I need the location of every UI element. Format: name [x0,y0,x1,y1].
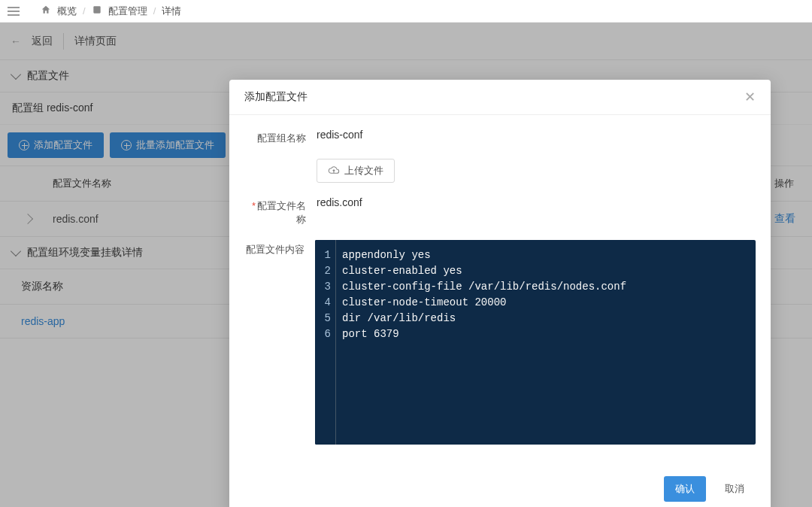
label-file-name: *配置文件名称 [244,196,317,226]
form-row-upload: 上传文件 [244,159,756,183]
modal-add-config-file: 添加配置文件 ✕ 配置组名称 redis-conf 上传文件 [229,80,771,507]
cancel-button[interactable]: 取消 [714,476,756,502]
breadcrumb-sep: / [83,5,86,17]
modal-title: 添加配置文件 [244,90,308,104]
modal-footer: 确认 取消 [229,466,771,507]
upload-button[interactable]: 上传文件 [317,159,395,183]
form-row-group-name: 配置组名称 redis-conf [244,129,756,145]
value-file-name[interactable]: redis.conf [317,196,756,208]
code-lines[interactable]: appendonly yes cluster-enabled yes clust… [336,240,632,445]
form-row-file-name: *配置文件名称 redis.conf [244,196,756,226]
label-group-name: 配置组名称 [244,129,317,145]
code-editor[interactable]: 123456 appendonly yes cluster-enabled ye… [315,240,756,445]
confirm-label: 确认 [675,482,695,496]
upload-label: 上传文件 [344,164,383,178]
breadcrumb-config[interactable]: 配置管理 [108,5,147,18]
value-group-name: redis-conf [317,129,756,141]
label-file-content: 配置文件内容 [244,240,315,257]
breadcrumb-detail: 详情 [162,5,181,18]
modal-header: 添加配置文件 ✕ [229,80,771,115]
home-icon [41,5,51,17]
svg-rect-0 [93,6,100,13]
breadcrumb-overview[interactable]: 概览 [57,5,77,18]
code-gutter: 123456 [315,240,336,445]
config-icon [92,5,102,17]
breadcrumb-sep: / [153,5,156,17]
top-bar: 概览 / 配置管理 / 详情 [0,0,812,23]
cloud-upload-icon [328,166,340,175]
modal-body: 配置组名称 redis-conf 上传文件 *配置文件名称 redis.conf [229,115,771,466]
cancel-label: 取消 [725,482,744,496]
form-row-file-content: 配置文件内容 123456 appendonly yes cluster-ena… [244,240,756,445]
label-empty [244,159,317,162]
confirm-button[interactable]: 确认 [664,476,706,502]
close-icon[interactable]: ✕ [744,90,756,104]
breadcrumb: 概览 / 配置管理 / 详情 [41,5,181,18]
menu-icon[interactable] [8,7,20,16]
